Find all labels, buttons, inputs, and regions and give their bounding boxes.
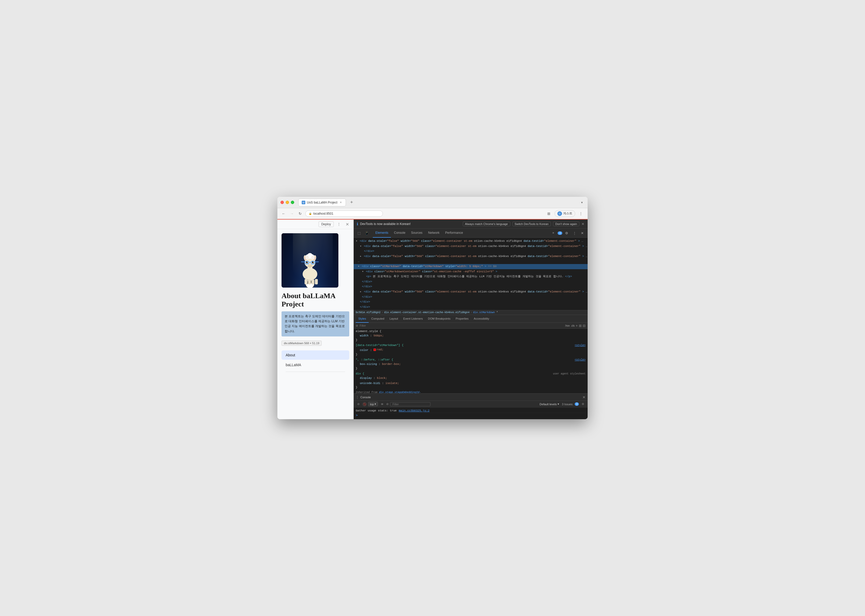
app-close-button[interactable]: ✕ <box>344 221 350 227</box>
style-selector: element.style { <box>356 330 586 333</box>
console-filter-input[interactable] <box>390 402 430 406</box>
hov-toggle[interactable]: :hov <box>565 324 570 327</box>
tree-node[interactable]: <p> 본 프로젝트는 축구 도메인 데이터를 기반으로 대화형 인터페이스를 … <box>354 274 588 279</box>
console-clear-button[interactable]: ⊘ <box>356 402 361 407</box>
tree-node[interactable]: </div> <box>354 279 588 284</box>
cls-toggle[interactable]: .cls <box>571 324 575 327</box>
tree-node[interactable]: </div> <box>354 295 588 300</box>
tab-network[interactable]: Network <box>425 229 442 238</box>
tree-node[interactable]: </div> <box>354 284 588 289</box>
default-levels-label: Default levels <box>540 403 557 406</box>
style-block-element: element.style { width : 568px; } <box>356 330 586 342</box>
switch-korean-button[interactable]: Switch DevTools to Korean <box>512 222 551 226</box>
deploy-button[interactable]: Deploy <box>319 222 334 227</box>
info-icon: ℹ <box>357 222 358 226</box>
more-options-button[interactable]: ⋮ <box>577 210 584 217</box>
styles-tab-layout[interactable]: Layout <box>387 315 401 323</box>
styles-tab-accessibility[interactable]: Accessibility <box>471 315 492 323</box>
inspect-element-button[interactable]: ⬚ <box>356 229 363 236</box>
address-input[interactable]: 🔒 localhost:8501 <box>305 211 383 217</box>
tree-node[interactable]: <div data-stale="false" width="568" clas… <box>354 244 588 249</box>
breadcrumb-item-3[interactable]: div.stMarkdown <box>473 311 495 314</box>
svg-rect-27 <box>311 280 314 284</box>
devtools-close-button[interactable]: ✕ <box>579 229 586 236</box>
tab-sources[interactable]: Sources <box>408 229 425 238</box>
tree-node[interactable]: <div data-stale="false" width="568" clas… <box>354 254 588 259</box>
triangle-icon[interactable] <box>356 239 358 243</box>
tree-node[interactable]: </div> <box>354 300 588 305</box>
more-tabs-button[interactable]: » <box>550 229 557 238</box>
deploy-menu-button[interactable]: ⋮ <box>336 221 342 227</box>
triangle-icon[interactable] <box>358 265 360 268</box>
color-swatch[interactable] <box>374 349 376 351</box>
translate-button[interactable]: ⊞ <box>545 210 553 217</box>
browser-tab-active[interactable]: U UoS baLLaMA Project ✕ <box>298 199 346 206</box>
styles-tab-properties[interactable]: Properties <box>453 315 471 323</box>
close-window-button[interactable] <box>281 201 284 204</box>
tree-node[interactable]: <div class="stMarkdownContainer" class="… <box>354 269 588 274</box>
devtools-settings-button[interactable]: ⚙ <box>563 229 570 236</box>
style-source-link[interactable]: <style> <box>575 344 586 347</box>
dont-show-again-button[interactable]: Don't show again <box>553 222 579 226</box>
tab-close-button[interactable]: ✕ <box>339 201 342 204</box>
styles-tab-dom-breakpoints[interactable]: DOM Breakpoints <box>425 315 453 323</box>
console-eye-button[interactable]: 👁 <box>380 402 385 407</box>
tab-favicon: U <box>302 201 305 204</box>
tab-console[interactable]: Console <box>391 229 408 238</box>
tree-node[interactable]: <div data-stale="false" width="568" clas… <box>354 289 588 295</box>
triangle-icon[interactable] <box>362 270 364 273</box>
match-language-button[interactable]: Always match Chrome's language <box>463 222 510 226</box>
add-style-button[interactable]: + <box>576 324 578 328</box>
styles-filter-input[interactable] <box>360 324 563 327</box>
triangle-icon[interactable] <box>360 290 362 293</box>
tree-node[interactable]: … <box>354 259 588 264</box>
styles-tab-computed[interactable]: Computed <box>369 315 387 323</box>
notification-close-button[interactable]: ✕ <box>581 222 584 226</box>
console-toolbar: ⊘ 🚫 top ▾ 👁 ⊘ Default levels ▾ 3 Issues:… <box>354 401 588 407</box>
style-rule: width : 568px; <box>356 333 586 338</box>
styles-tab-event-listeners[interactable]: Event Listeners <box>401 315 425 323</box>
new-tab-button[interactable]: + <box>348 199 355 206</box>
style-val: block; <box>377 377 387 380</box>
top-context-selector[interactable]: top ▾ <box>368 402 378 406</box>
triangle-icon[interactable] <box>360 255 362 258</box>
styles-new-rule-button[interactable]: ⊞ <box>579 324 582 328</box>
reload-button[interactable]: ↻ <box>297 211 303 217</box>
styles-tab-styles[interactable]: Styles <box>356 315 369 323</box>
default-levels-selector[interactable]: Default levels ▾ <box>540 402 559 406</box>
inherited-selector-link[interactable]: div.stApp.stAppEmbeddingId- <box>379 391 421 393</box>
tree-node[interactable]: </div> <box>354 249 588 254</box>
sidebar-item-ballama[interactable]: baLLaMA <box>281 360 349 369</box>
style-source-link[interactable]: <style> <box>575 358 586 361</box>
sidebar-item-about[interactable]: About <box>281 350 349 360</box>
breadcrumb-item-2[interactable]: div.element-container.st-emotion-cache-k… <box>384 311 469 314</box>
forward-button[interactable]: → <box>289 211 295 217</box>
html-tree[interactable]: <div data-stale="false" width="568" clas… <box>354 238 588 310</box>
console-settings-button[interactable]: ⚙ <box>580 402 586 407</box>
device-mode-button[interactable]: 📱 <box>363 229 370 236</box>
devtools-more-button[interactable]: ⋮ <box>571 229 578 236</box>
console-drag-icon[interactable]: ⋮ <box>356 395 359 399</box>
console-close-button[interactable]: ✕ <box>582 395 586 399</box>
console-ban-button[interactable]: 🚫 <box>363 402 367 406</box>
style-selector: *, ::before, ::after { <box>356 358 393 361</box>
styles-icon-button[interactable]: ⊟ <box>583 324 586 328</box>
styles-content: element.style { width : 568px; } <box>354 329 588 393</box>
tab-performance[interactable]: Performance <box>443 229 466 238</box>
chevron-down-icon[interactable]: ▾ <box>579 200 584 205</box>
maximize-window-button[interactable] <box>291 201 294 204</box>
tab-elements[interactable]: Elements <box>373 229 391 238</box>
console-log-link[interactable]: main.cc5b8325.js:2 <box>399 409 429 412</box>
breadcrumb-item-1[interactable]: bc581e.e1f1d6gn2 <box>356 311 380 314</box>
app-main: About baLLaMA Project 본 프로젝트는 축구 도메인 데이터… <box>277 229 353 419</box>
devtools-tabs-right: » 3 ⚙ ⋮ ✕ <box>550 229 586 238</box>
sidebar-item-ballama-label: baLLaMA <box>286 363 301 367</box>
tree-node[interactable]: <div data-stale="false" width="568" clas… <box>354 239 588 244</box>
tree-node[interactable]: </div> <box>354 305 588 310</box>
back-button[interactable]: ← <box>281 211 287 217</box>
profile-button[interactable]: G 게스트 <box>554 210 575 217</box>
description-box: 본 프로젝트는 축구 도메인 데이터를 기반으로 대화형 인터페이스를 제공하는… <box>281 311 349 336</box>
tree-node-selected[interactable]: <div class="stMarkdown" data-testid="stM… <box>354 264 588 269</box>
minimize-window-button[interactable] <box>286 201 289 204</box>
triangle-icon[interactable] <box>360 245 362 248</box>
